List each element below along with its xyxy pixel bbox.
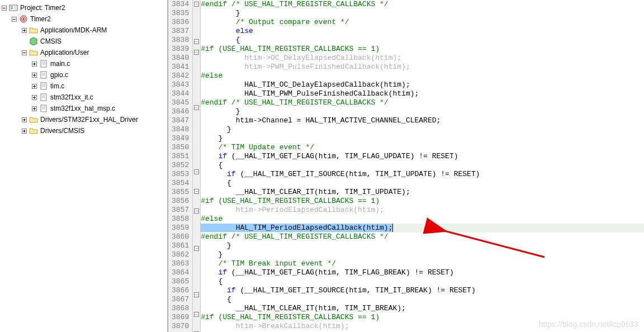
code-line[interactable]: }	[201, 241, 644, 250]
code-line[interactable]: HAL_TIM_PeriodElapsedCallback(htim);	[201, 224, 644, 233]
fold-cell[interactable]: −	[193, 246, 200, 255]
expand-toggle-icon[interactable]	[20, 127, 28, 135]
tree-item[interactable]: Application/User	[20, 47, 167, 58]
tree-item[interactable]: stm32f1xx_hal_msp.c	[30, 103, 167, 114]
code-line[interactable]: {	[201, 277, 644, 286]
expand-toggle-icon[interactable]	[30, 93, 38, 101]
expand-toggle-icon[interactable]	[0, 4, 8, 12]
code-line[interactable]: if (__HAL_TIM_GET_IT_SOURCE(htim, TIM_IT…	[201, 170, 644, 179]
code-line[interactable]: {	[201, 36, 644, 45]
fold-toggle-icon[interactable]: −	[194, 2, 199, 7]
tree-item[interactable]: main.c	[30, 58, 167, 69]
code-line[interactable]: htim->PeriodElapsedCallback(htim);	[201, 206, 644, 215]
line-number: 3869	[172, 313, 189, 322]
fold-cell	[193, 123, 200, 132]
code-line[interactable]: }	[201, 125, 644, 134]
expand-toggle-icon[interactable]	[30, 71, 38, 79]
fold-toggle-icon[interactable]: −	[194, 50, 199, 55]
code-line[interactable]: /* TIM Break input event */	[201, 259, 644, 268]
code-line[interactable]: htim->Channel = HAL_TIM_ACTIVE_CHANNEL_C…	[201, 116, 644, 125]
expand-toggle-icon[interactable]	[20, 49, 28, 56]
code-line[interactable]: #endif /* USE_HAL_TIM_REGISTER_CALLBACKS…	[201, 98, 644, 107]
code-line[interactable]: }	[201, 107, 644, 116]
code-line[interactable]: HAL_TIM_PWM_PulseFinishedCallback(htim);	[201, 89, 644, 98]
code-line[interactable]: #if (USE_HAL_TIM_REGISTER_CALLBACKS == 1…	[201, 45, 644, 54]
code-line[interactable]: #else	[201, 215, 644, 224]
tree-item[interactable]: Drivers/STM32F1xx_HAL_Driver	[20, 114, 167, 125]
fold-toggle-icon[interactable]: −	[194, 208, 199, 214]
line-number: 3856	[172, 197, 189, 206]
fold-toggle-icon[interactable]: −	[194, 246, 199, 251]
fold-toggle-icon[interactable]: −	[194, 189, 199, 194]
code-line[interactable]: {	[201, 161, 644, 170]
fold-toggle-icon[interactable]: −	[194, 292, 199, 297]
code-line[interactable]: else	[201, 27, 644, 36]
fold-cell	[193, 273, 200, 282]
code-line[interactable]: if (__HAL_TIM_GET_FLAG(htim, TIM_FLAG_UP…	[201, 152, 644, 161]
code-line[interactable]: #endif /* USE_HAL_TIM_REGISTER_CALLBACKS…	[201, 233, 644, 241]
fold-cell[interactable]: −	[193, 292, 200, 301]
fold-toggle-icon[interactable]: −	[194, 39, 199, 44]
code-line[interactable]: /* Output compare event */	[201, 18, 644, 27]
tree-item[interactable]: tim.c	[30, 80, 167, 92]
code-line[interactable]: {	[201, 179, 644, 188]
tree-item-label: Project: Timer2	[20, 3, 65, 13]
code-line[interactable]: __HAL_TIM_CLEAR_IT(htim, TIM_IT_BREAK);	[201, 304, 644, 313]
fold-cell[interactable]: −	[193, 208, 200, 217]
code-line[interactable]: }	[201, 250, 644, 259]
fold-cell[interactable]: −	[193, 312, 200, 321]
line-number: 3842	[172, 72, 189, 80]
code-line[interactable]: if (__HAL_TIM_GET_IT_SOURCE(htim, TIM_IT…	[201, 286, 644, 295]
line-number: 3865	[172, 277, 189, 286]
tree-item-label: Application/User	[40, 48, 89, 58]
fold-cell[interactable]: −	[193, 2, 200, 11]
code-line[interactable]: #else	[201, 72, 644, 80]
code-line[interactable]: }	[201, 9, 644, 18]
fold-gutter[interactable]: −−−−−−−−−−−	[193, 0, 201, 332]
fold-cell	[193, 150, 200, 159]
fold-cell	[193, 226, 200, 235]
tree-item-label: Timer2	[30, 14, 51, 24]
line-number: 3849	[172, 134, 189, 143]
expand-toggle-icon[interactable]	[30, 82, 38, 90]
code-content[interactable]: https://blog.csdn.net/lcp0633 #endif /* …	[201, 0, 644, 332]
fold-cell	[193, 86, 200, 94]
tree-item[interactable]: CMSIS	[20, 36, 167, 47]
tree-item[interactable]: Drivers/CMSIS	[20, 125, 167, 136]
code-line[interactable]: if (__HAL_TIM_GET_FLAG(htim, TIM_FLAG_BR…	[201, 268, 644, 277]
expand-toggle-icon[interactable]	[10, 15, 18, 23]
fold-toggle-icon[interactable]: −	[194, 169, 199, 174]
tree-item-label: main.c	[50, 59, 70, 69]
code-line[interactable]: HAL_TIM_OC_DelayElapsedCallback(htim);	[201, 80, 644, 89]
tree-item[interactable]: Application/MDK-ARM	[20, 25, 167, 36]
fold-toggle-icon[interactable]: −	[194, 312, 199, 317]
tree-item-label: gpio.c	[50, 70, 68, 80]
tree-item[interactable]: Timer2	[10, 13, 167, 25]
fold-cell[interactable]: −	[193, 189, 200, 198]
expand-toggle-icon[interactable]	[30, 60, 38, 68]
line-number-gutter: 3834383538363837383838393840384138423843…	[168, 0, 193, 332]
fold-cell[interactable]: −	[193, 105, 200, 114]
code-line[interactable]: }	[201, 134, 644, 143]
project-tree-panel[interactable]: Project: Timer2 Timer2 Application/MDK-A…	[0, 0, 168, 332]
code-line[interactable]: htim->OC_DelayElapsedCallback(htim);	[201, 54, 644, 63]
fold-cell[interactable]: −	[193, 50, 200, 59]
tree-item[interactable]: gpio.c	[30, 69, 167, 80]
expand-toggle-icon[interactable]	[30, 105, 38, 112]
code-line[interactable]: #if (USE_HAL_TIM_REGISTER_CALLBACKS == 1…	[201, 197, 644, 206]
expand-toggle-icon[interactable]	[20, 116, 28, 124]
fold-toggle-icon[interactable]: −	[194, 105, 199, 110]
code-line[interactable]: __HAL_TIM_CLEAR_IT(htim, TIM_IT_UPDATE);	[201, 188, 644, 197]
code-line[interactable]: /* TIM Update event */	[201, 143, 644, 152]
line-number: 3857	[172, 206, 189, 215]
fold-cell[interactable]: −	[193, 169, 200, 178]
tree-root[interactable]: Project: Timer2	[0, 2, 167, 13]
tree-item[interactable]: stm32f1xx_it.c	[30, 92, 167, 103]
expand-toggle-icon[interactable]	[20, 26, 28, 34]
code-line[interactable]: {	[201, 295, 644, 304]
code-editor[interactable]: 3834383538363837383838393840384138423843…	[168, 0, 644, 332]
fold-cell[interactable]: −	[193, 39, 200, 48]
line-number: 3843	[172, 80, 189, 89]
code-line[interactable]: #endif /* USE_HAL_TIM_REGISTER_CALLBACKS…	[201, 0, 644, 9]
code-line[interactable]: htim->PWM_PulseFinishedCallback(htim);	[201, 63, 644, 72]
